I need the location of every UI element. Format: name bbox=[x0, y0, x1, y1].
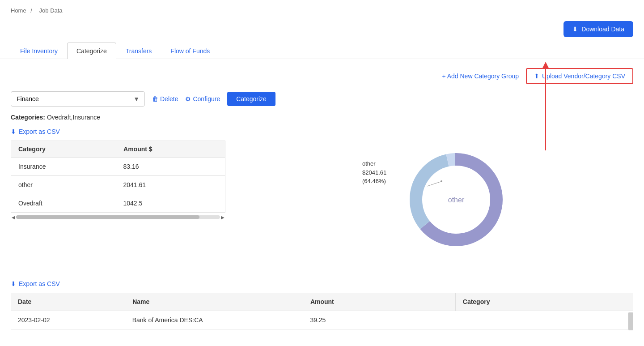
left-panel: ⬇ Export as CSV Category Amount $ Insura… bbox=[11, 128, 225, 262]
table-row: Ovedraft 1042.5 bbox=[11, 194, 225, 213]
cell-name: Bank of America DES:CA bbox=[125, 311, 303, 329]
categories-key: Categories: bbox=[11, 114, 45, 121]
col-amount: Amount bbox=[303, 293, 455, 311]
categories-label: Categories: Ovedraft,Insurance bbox=[11, 114, 633, 121]
bottom-section: ⬇ Export as CSV Date Name Amount Categor… bbox=[11, 280, 633, 329]
categorize-button[interactable]: Categorize bbox=[227, 92, 275, 106]
category-dropdown[interactable]: Finance bbox=[11, 91, 145, 107]
cell-amount: 2041.61 bbox=[116, 176, 225, 194]
breadcrumb: Home / Job Data bbox=[0, 0, 644, 21]
scroll-thumb[interactable] bbox=[16, 215, 199, 219]
export-icon-top: ⬇ bbox=[11, 128, 16, 135]
chart-wrapper: other $2041.61 (64.46%) other bbox=[358, 137, 519, 262]
categorize-label: Categorize bbox=[236, 95, 267, 103]
table-header-row: Category Amount $ bbox=[11, 141, 225, 158]
breadcrumb-current: Job Data bbox=[39, 7, 63, 14]
scroll-track[interactable] bbox=[16, 215, 220, 219]
cell-category: other bbox=[11, 176, 116, 194]
export-icon-bottom: ⬇ bbox=[11, 280, 16, 287]
top-bar: ⬇ Download Data bbox=[0, 21, 644, 43]
configure-label: Configure bbox=[193, 95, 220, 103]
table-row: Insurance 83.16 bbox=[11, 158, 225, 176]
tab-categorize[interactable]: Categorize bbox=[67, 43, 116, 59]
export-label-top: Export as CSV bbox=[19, 128, 60, 135]
upload-csv-button[interactable]: ⬆ Upload Vendor/Category CSV bbox=[526, 68, 633, 84]
configure-button[interactable]: ⚙ Configure bbox=[185, 95, 220, 103]
table-row: 2023-02-02 Bank of America DES:CA 39.25 bbox=[11, 311, 633, 329]
scroll-right-arrow[interactable]: ▶ bbox=[220, 214, 225, 220]
bottom-table: Date Name Amount Category 2023-02-02 Ban… bbox=[11, 293, 633, 329]
main-layout: ⬇ Export as CSV Category Amount $ Insura… bbox=[11, 128, 633, 262]
vertical-scrollbar[interactable] bbox=[628, 312, 633, 329]
cell-amount: 1042.5 bbox=[116, 194, 225, 213]
col-category: Category bbox=[11, 141, 116, 158]
category-table: Category Amount $ Insurance 83.16 other … bbox=[11, 141, 225, 213]
tab-flow-of-funds[interactable]: Flow of Funds bbox=[161, 43, 219, 59]
cell-amount-bottom: 39.25 bbox=[303, 311, 455, 329]
main-content: + Add New Category Group ⬆ Upload Vendor… bbox=[0, 59, 644, 338]
callout-amount: $2041.61 bbox=[362, 168, 386, 177]
gear-icon: ⚙ bbox=[185, 95, 191, 103]
table-row: other 2041.61 bbox=[11, 176, 225, 194]
breadcrumb-separator: / bbox=[30, 7, 32, 14]
export-csv-link-top[interactable]: ⬇ Export as CSV bbox=[11, 128, 225, 135]
export-label-bottom: Export as CSV bbox=[19, 280, 60, 287]
download-icon: ⬇ bbox=[572, 26, 578, 33]
bottom-table-header-row: Date Name Amount Category bbox=[11, 293, 633, 311]
download-label: Download Data bbox=[581, 26, 624, 33]
chart-center-text: other bbox=[448, 196, 465, 204]
upload-btn-wrapper: ⬆ Upload Vendor/Category CSV bbox=[526, 68, 633, 84]
trash-icon: 🗑 bbox=[152, 95, 158, 103]
cell-category: Ovedraft bbox=[11, 194, 116, 213]
add-category-group-link[interactable]: + Add New Category Group bbox=[442, 73, 519, 80]
tab-transfers[interactable]: Transfers bbox=[116, 43, 161, 59]
controls-row: Finance ▼ 🗑 Delete ⚙ Configure Categoriz… bbox=[11, 91, 633, 107]
chart-callout: other $2041.61 (64.46%) bbox=[362, 159, 386, 186]
cell-date: 2023-02-02 bbox=[11, 311, 125, 329]
upload-label: Upload Vendor/Category CSV bbox=[542, 73, 625, 80]
col-amount: Amount $ bbox=[116, 141, 225, 158]
tab-file-inventory[interactable]: File Inventory bbox=[11, 43, 67, 59]
cell-amount: 83.16 bbox=[116, 158, 225, 176]
callout-label: other bbox=[362, 159, 386, 168]
right-panel: other $2041.61 (64.46%) other bbox=[243, 128, 633, 262]
delete-label: Delete bbox=[160, 95, 178, 103]
delete-button[interactable]: 🗑 Delete bbox=[152, 95, 178, 103]
col-name: Name bbox=[125, 293, 303, 311]
tab-bar: File Inventory Categorize Transfers Flow… bbox=[0, 43, 644, 59]
categories-value: Ovedraft,Insurance bbox=[47, 114, 100, 121]
category-dropdown-wrapper: Finance ▼ bbox=[11, 91, 145, 107]
cell-category: Insurance bbox=[11, 158, 116, 176]
action-bar: + Add New Category Group ⬆ Upload Vendor… bbox=[11, 68, 633, 84]
breadcrumb-home[interactable]: Home bbox=[11, 7, 26, 14]
cell-category-bottom bbox=[455, 311, 633, 329]
bottom-table-container: Date Name Amount Category 2023-02-02 Ban… bbox=[11, 293, 633, 329]
donut-chart-svg: other bbox=[402, 146, 510, 253]
export-csv-link-bottom[interactable]: ⬇ Export as CSV bbox=[11, 280, 633, 287]
scrollbar-v-thumb[interactable] bbox=[628, 312, 633, 330]
horizontal-scrollbar[interactable]: ◀ ▶ bbox=[11, 214, 225, 220]
download-button[interactable]: ⬇ Download Data bbox=[564, 21, 633, 37]
svg-point-5 bbox=[441, 180, 442, 182]
scroll-left-arrow[interactable]: ◀ bbox=[11, 214, 16, 220]
col-category-bottom: Category bbox=[455, 293, 633, 311]
col-date: Date bbox=[11, 293, 125, 311]
callout-percent: (64.46%) bbox=[362, 177, 386, 186]
upload-icon: ⬆ bbox=[534, 73, 539, 80]
